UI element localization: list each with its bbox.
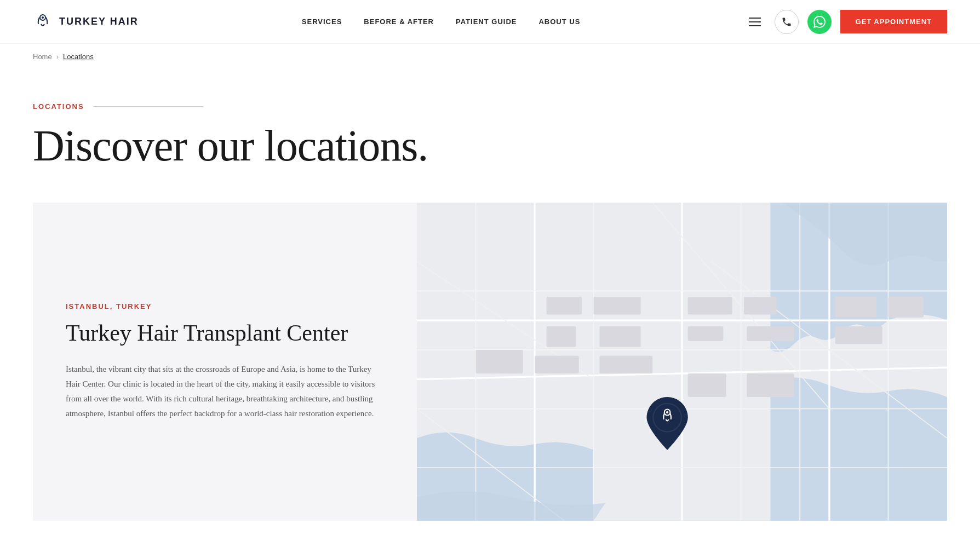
page-title: Discover our locations. — [33, 122, 947, 170]
svg-point-39 — [666, 411, 668, 413]
nav-before-after[interactable]: BEFORE & AFTER — [364, 18, 434, 26]
phone-button[interactable] — [775, 10, 799, 34]
svg-rect-29 — [476, 350, 523, 373]
location-card: ISTANBUL, TURKEY Turkey Hair Transplant … — [33, 203, 947, 521]
breadcrumb-home-link[interactable]: Home — [33, 53, 52, 61]
map-svg — [417, 203, 947, 521]
svg-rect-36 — [835, 326, 882, 344]
hamburger-menu-button[interactable] — [744, 11, 766, 33]
header-actions: GET APPOINTMENT — [744, 10, 947, 34]
location-name: Turkey Hair Transplant Center — [66, 319, 384, 347]
get-appointment-button[interactable]: GET APPOINTMENT — [840, 10, 947, 33]
breadcrumb-current: Locations — [63, 53, 94, 61]
svg-rect-32 — [688, 373, 726, 397]
whatsapp-icon — [813, 16, 826, 28]
breadcrumb-separator: › — [56, 53, 59, 61]
svg-rect-31 — [599, 356, 652, 373]
phone-icon — [781, 16, 792, 27]
svg-rect-26 — [744, 297, 776, 314]
svg-rect-28 — [747, 326, 794, 341]
svg-rect-24 — [599, 326, 640, 347]
svg-point-37 — [653, 404, 681, 432]
site-header: TURKEY HAIR SERVICES BEFORE & AFTER PATI… — [0, 0, 980, 44]
svg-rect-30 — [535, 356, 579, 373]
logo[interactable]: TURKEY HAIR — [33, 12, 139, 32]
svg-rect-34 — [835, 297, 876, 318]
whatsapp-button[interactable] — [807, 10, 832, 34]
breadcrumb: Home › Locations — [0, 44, 980, 70]
svg-rect-33 — [747, 373, 794, 397]
section-label-container: LOCATIONS — [33, 102, 947, 111]
svg-rect-35 — [888, 297, 924, 318]
section-label-text: LOCATIONS — [33, 102, 84, 111]
location-description: Istanbul, the vibrant city that sits at … — [66, 362, 384, 421]
nav-about-us[interactable]: ABOUT US — [538, 18, 580, 26]
location-info: ISTANBUL, TURKEY Turkey Hair Transplant … — [33, 203, 417, 521]
main-content: LOCATIONS Discover our locations. ISTANB… — [0, 70, 980, 521]
svg-rect-25 — [688, 297, 732, 314]
section-label-line — [93, 106, 203, 107]
svg-rect-21 — [547, 297, 582, 314]
nav-services[interactable]: SERVICES — [302, 18, 342, 26]
hamburger-icon — [749, 18, 761, 26]
location-map — [417, 203, 947, 521]
svg-point-1 — [42, 16, 44, 19]
nav-patient-guide[interactable]: PATIENT GUIDE — [456, 18, 517, 26]
svg-rect-22 — [594, 297, 641, 314]
svg-rect-27 — [688, 326, 724, 341]
location-subtitle: ISTANBUL, TURKEY — [66, 302, 384, 311]
main-nav: SERVICES BEFORE & AFTER PATIENT GUIDE AB… — [302, 18, 581, 26]
logo-icon — [33, 12, 53, 32]
svg-rect-23 — [547, 326, 576, 347]
logo-text: TURKEY HAIR — [59, 16, 139, 27]
